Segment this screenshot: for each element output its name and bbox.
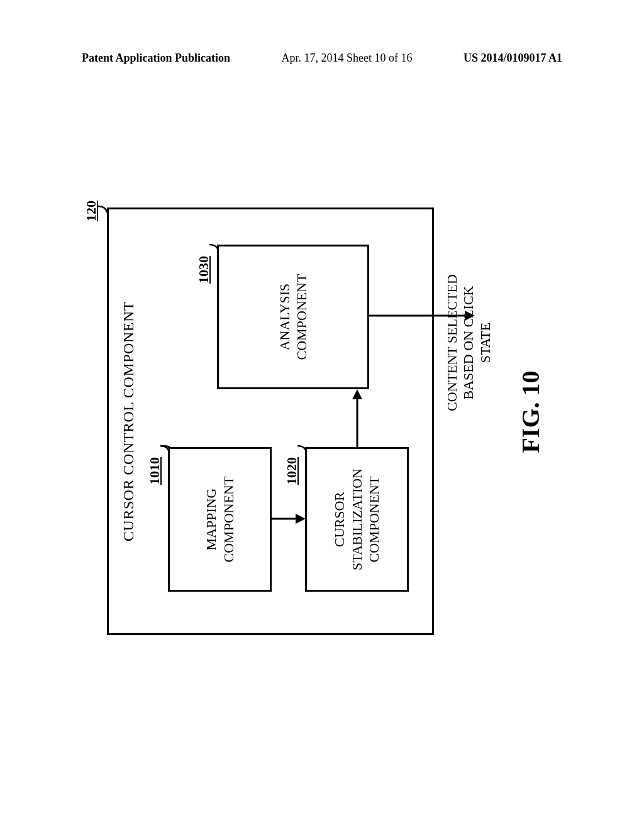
cursor-stabilization-component-box: CURSORSTABILIZATIONCOMPONENT [305, 447, 409, 592]
cursor-control-component-title: CURSOR CONTROL COMPONENT [120, 209, 137, 633]
mapping-component-label: MAPPINGCOMPONENT [203, 477, 237, 563]
leader-120 [98, 202, 119, 224]
svg-marker-3 [352, 389, 362, 399]
leader-1010 [160, 442, 182, 463]
analysis-component-box: ANALYSISCOMPONENT [217, 245, 369, 389]
leader-1020 [297, 442, 319, 463]
figure-container: CURSOR CONTROL COMPONENT MAPPINGCOMPONEN… [75, 163, 572, 660]
header-publication: Patent Application Publication [82, 52, 230, 65]
arrow-mapping-to-stabilization [272, 512, 306, 525]
mapping-component-box: MAPPINGCOMPONENT [168, 447, 272, 592]
analysis-component-label: ANALYSISCOMPONENT [276, 274, 311, 360]
cursor-control-component-box: CURSOR CONTROL COMPONENT MAPPINGCOMPONEN… [107, 208, 434, 635]
refnum-120: 120 [83, 201, 99, 221]
header-pubnumber: US 2014/0109017 A1 [464, 52, 562, 65]
svg-marker-1 [296, 514, 306, 524]
arrow-stabilization-to-analysis [351, 389, 364, 447]
figure-number: FIG. 10 [516, 163, 545, 660]
leader-1030 [209, 241, 231, 262]
output-label: CONTENT SELECTEDBASED ON CLICKSTATE [444, 264, 494, 421]
header-date-sheet: Apr. 17, 2014 Sheet 10 of 16 [282, 52, 413, 65]
page-header: Patent Application Publication Apr. 17, … [82, 52, 562, 65]
cursor-stabilization-component-label: CURSORSTABILIZATIONCOMPONENT [331, 468, 383, 570]
